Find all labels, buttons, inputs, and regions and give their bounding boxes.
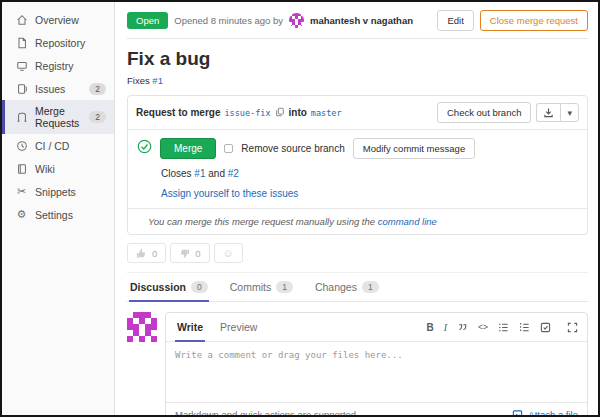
write-tab[interactable]: Write <box>175 313 205 342</box>
scissors-icon: ✂ <box>15 185 28 198</box>
thumbs-down-icon <box>179 248 190 259</box>
award-emoji-row: 0 0 ☺ <box>127 243 588 263</box>
tab-changes[interactable]: Changes 1 <box>314 273 380 302</box>
merge-button[interactable]: Merge <box>160 138 216 159</box>
smiley-icon: ☺ <box>223 247 234 259</box>
attach-file-icon <box>512 409 523 415</box>
sidebar-item-overview[interactable]: Overview <box>2 8 114 31</box>
author-name[interactable]: mahantesh v nagathan <box>310 15 413 26</box>
gear-icon: ⚙ <box>15 208 28 221</box>
and-text: and <box>208 168 225 179</box>
command-line-link[interactable]: command line <box>378 216 437 227</box>
check-out-branch-button[interactable]: Check out branch <box>437 102 531 123</box>
comment-area: Write Preview B I <> <box>127 312 588 415</box>
monitor-icon <box>15 59 28 72</box>
mr-status-header: Open Opened 8 minutes ago by mahantesh v… <box>127 10 588 39</box>
sidebar-item-label: Settings <box>35 209 73 221</box>
tab-label: Commits <box>230 281 271 293</box>
pipeline-success-icon <box>137 139 152 158</box>
fullscreen-icon[interactable] <box>567 322 578 333</box>
task-list-icon[interactable] <box>540 322 551 333</box>
mr-tabs: Discussion 0 Commits 1 Changes 1 <box>127 272 588 302</box>
tab-count-badge: 1 <box>276 281 293 293</box>
home-icon <box>15 13 28 26</box>
preview-tab[interactable]: Preview <box>218 313 259 342</box>
source-branch-ref[interactable]: issue-fix <box>224 108 270 118</box>
tab-discussion[interactable]: Discussion 0 <box>129 273 209 302</box>
issues-count-badge: 2 <box>89 83 106 95</box>
remove-source-branch-label: Remove source branch <box>241 143 344 154</box>
sidebar-item-issues[interactable]: Issues 2 <box>2 77 114 100</box>
closes-issue-1-link[interactable]: #1 <box>194 168 205 179</box>
editor-header: Write Preview B I <> <box>166 313 587 342</box>
download-button[interactable] <box>536 103 560 122</box>
fixes-text: Fixes <box>127 75 150 86</box>
sidebar-item-label: CI / CD <box>35 140 69 152</box>
status-badge: Open <box>127 12 168 29</box>
comment-input[interactable] <box>166 342 587 398</box>
sidebar-item-merge-requests[interactable]: Merge Requests 2 <box>2 100 114 134</box>
gitlab-merge-request-page: Overview Repository Registry Issues 2 Me… <box>0 0 600 417</box>
sidebar-item-snippets[interactable]: ✂ Snippets <box>2 180 114 203</box>
tab-label: Changes <box>315 281 357 293</box>
thumbs-down-count: 0 <box>195 248 200 259</box>
italic-button[interactable]: I <box>444 322 447 333</box>
assign-yourself-link[interactable]: Assign yourself to these issues <box>161 188 298 199</box>
widget-header-actions: Check out branch ▾ <box>437 102 579 123</box>
author-avatar <box>289 13 304 28</box>
target-branch-ref[interactable]: master <box>311 108 342 118</box>
merge-widget-header: Request to merge issue-fix into master C… <box>128 96 587 130</box>
quote-icon[interactable] <box>457 322 468 333</box>
manual-merge-text: You can merge this merge request manuall… <box>148 216 375 227</box>
sidebar-item-settings[interactable]: ⚙ Settings <box>2 203 114 226</box>
sidebar-item-label: Registry <box>35 60 74 72</box>
closes-issues-line: Closes #1 and #2 <box>161 168 578 179</box>
sidebar-item-repository[interactable]: Repository <box>2 31 114 54</box>
thumbs-up-count: 0 <box>152 248 157 259</box>
download-caret-button[interactable]: ▾ <box>560 103 579 122</box>
fixes-issue-link[interactable]: #1 <box>152 75 163 86</box>
sidebar-item-label: Repository <box>35 37 85 49</box>
merge-widget-footer: You can merge this merge request manuall… <box>128 208 587 234</box>
mr-title: Fix a bug <box>127 48 588 70</box>
sidebar-item-label: Snippets <box>35 186 76 198</box>
download-split-button: ▾ <box>536 103 579 122</box>
copy-branch-icon[interactable] <box>275 107 285 119</box>
opened-text: Opened 8 minutes ago by <box>174 15 283 26</box>
sidebar-item-wiki[interactable]: Wiki <box>2 157 114 180</box>
close-merge-request-button[interactable]: Close merge request <box>480 10 588 31</box>
sidebar-item-ci-cd[interactable]: CI / CD <box>2 134 114 157</box>
remove-source-branch-checkbox[interactable] <box>224 144 233 153</box>
thumbs-up-button[interactable]: 0 <box>127 243 166 263</box>
tab-count-badge: 1 <box>362 281 379 293</box>
book-icon <box>15 162 28 175</box>
sidebar-item-label: Overview <box>35 14 79 26</box>
header-actions: Edit Close merge request <box>437 10 588 31</box>
tab-label: Discussion <box>130 281 186 293</box>
bullet-list-icon[interactable] <box>498 322 509 333</box>
merge-requests-count-badge: 2 <box>89 111 106 123</box>
sidebar-item-registry[interactable]: Registry <box>2 54 114 77</box>
sidebar-item-label: Wiki <box>35 163 55 175</box>
merge-controls-row: Merge Remove source branch Modify commit… <box>137 138 578 159</box>
add-emoji-button[interactable]: ☺ <box>214 243 243 263</box>
numbered-list-icon[interactable] <box>519 322 530 333</box>
file-icon <box>15 36 28 49</box>
thumbs-up-icon <box>136 248 147 259</box>
thumbs-down-button[interactable]: 0 <box>170 243 209 263</box>
merge-request-icon <box>15 111 28 124</box>
edit-button[interactable]: Edit <box>437 10 473 31</box>
modify-commit-message-button[interactable]: Modify commit message <box>353 138 475 159</box>
editor-toolbar: B I <> <box>426 322 578 333</box>
current-user-avatar <box>127 312 157 342</box>
code-button[interactable]: <> <box>478 322 488 332</box>
merge-widget: Request to merge issue-fix into master C… <box>127 95 588 235</box>
issues-icon <box>15 82 28 95</box>
clock-icon <box>15 139 28 152</box>
attach-file-link[interactable]: Attach a file <box>512 409 578 415</box>
tab-commits[interactable]: Commits 1 <box>229 273 294 302</box>
tab-count-badge: 0 <box>191 281 208 293</box>
closes-issue-2-link[interactable]: #2 <box>228 168 239 179</box>
markdown-supported-note[interactable]: Markdown and quick actions are supported <box>175 409 356 415</box>
bold-button[interactable]: B <box>426 322 433 333</box>
